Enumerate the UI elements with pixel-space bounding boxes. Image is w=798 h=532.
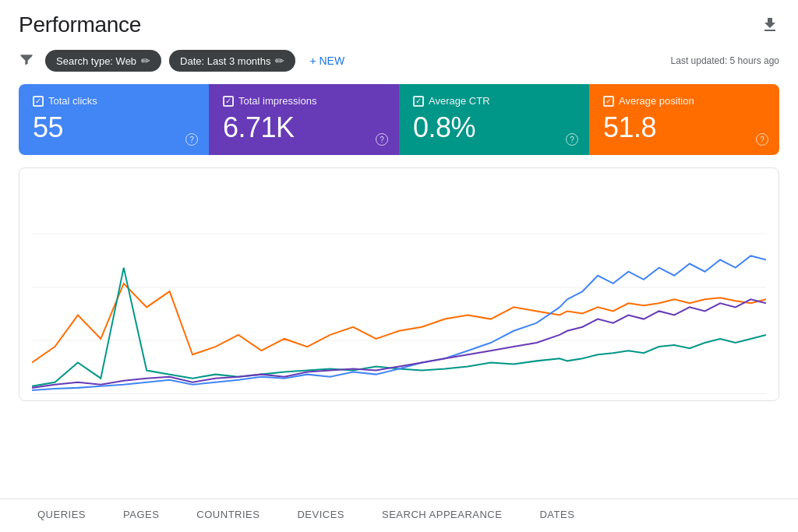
tab-devices[interactable]: DEVICES (278, 499, 363, 532)
metric-card-impressions[interactable]: Total impressions 6.71K ? (209, 84, 399, 155)
metric-card-impressions-header: Total impressions (223, 95, 385, 107)
position-label: Average position (619, 95, 694, 107)
position-checkbox (603, 96, 614, 107)
clicks-label: Total clicks (48, 95, 97, 107)
tab-pages[interactable]: PAGES (104, 499, 178, 532)
impressions-value: 6.71K (223, 111, 385, 144)
impressions-help-icon[interactable]: ? (376, 133, 388, 146)
header-right (761, 16, 779, 34)
metric-card-ctr-header: Average CTR (413, 95, 575, 107)
tab-dates[interactable]: DATES (521, 499, 593, 532)
page-wrapper: Performance Search type: Web ✏ Date: Las… (0, 0, 798, 532)
page-title: Performance (19, 12, 141, 37)
impressions-label: Total impressions (238, 95, 316, 107)
tab-queries[interactable]: QUERIES (19, 499, 104, 532)
metric-card-position[interactable]: Average position 51.8 ? (589, 84, 779, 155)
header: Performance (0, 0, 798, 44)
bottom-tabs: QUERIES PAGES COUNTRIES DEVICES SEARCH A… (0, 499, 798, 532)
new-button[interactable]: + NEW (303, 50, 351, 72)
download-icon[interactable] (761, 16, 779, 34)
date-chip[interactable]: Date: Last 3 months ✏ (169, 50, 295, 72)
filter-bar: Search type: Web ✏ Date: Last 3 months ✏… (0, 44, 798, 81)
tab-countries[interactable]: COUNTRIES (178, 499, 278, 532)
date-edit-icon: ✏ (275, 55, 284, 67)
ctr-value: 0.8% (413, 111, 575, 144)
tab-search-appearance[interactable]: SEARCH APPEARANCE (363, 499, 521, 532)
search-type-edit-icon: ✏ (141, 55, 150, 67)
clicks-help-icon[interactable]: ? (185, 133, 198, 146)
search-type-chip-label: Search type: Web (56, 55, 136, 67)
metric-card-ctr[interactable]: Average CTR 0.8% ? (399, 84, 589, 155)
performance-chart: 4/2/21 4/13/21 4/24/21 5/5/21 5/16/21 5/… (32, 181, 766, 394)
date-chip-label: Date: Last 3 months (180, 55, 270, 67)
last-updated: Last updated: 5 hours ago (671, 55, 779, 66)
ctr-label: Average CTR (429, 95, 490, 107)
ctr-help-icon[interactable]: ? (566, 133, 578, 146)
search-type-chip[interactable]: Search type: Web ✏ (45, 50, 161, 72)
metric-card-clicks[interactable]: Total clicks 55 ? (19, 84, 209, 155)
clicks-value: 55 (33, 111, 195, 144)
clicks-checkbox (33, 96, 44, 107)
impressions-checkbox (223, 96, 234, 107)
metric-card-clicks-header: Total clicks (33, 95, 195, 107)
position-value: 51.8 (603, 111, 765, 144)
filter-icon[interactable] (19, 51, 34, 71)
metric-cards: Total clicks 55 ? Total impressions 6.71… (19, 84, 779, 155)
ctr-checkbox (413, 96, 424, 107)
chart-area: 4/2/21 4/13/21 4/24/21 5/5/21 5/16/21 5/… (19, 167, 779, 401)
position-help-icon[interactable]: ? (756, 133, 768, 146)
metric-card-position-header: Average position (603, 95, 765, 107)
